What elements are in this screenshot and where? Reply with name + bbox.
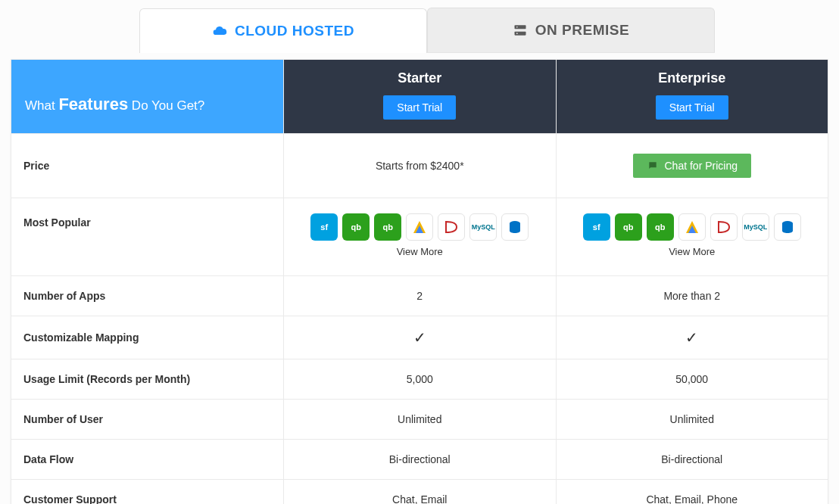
quickbooks-online-icon: qb [342,213,370,241]
svg-rect-0 [514,25,526,29]
row-usage-limit-label: Usage Limit (Records per Month) [11,359,284,400]
salesforce-icon: sf [583,213,610,241]
cloud-icon [212,23,227,39]
row-price-label: Price [11,134,284,198]
tab-label: ON PREMISE [535,22,629,39]
enterprise-num-apps: More than 2 [556,276,828,316]
quickbooks-desktop-icon: qb [374,213,401,241]
salesforce-icon: sf [310,213,338,241]
app-icon-row: sf qb qb MySQL [292,213,548,241]
row-support-label: Customer Support [11,480,284,505]
azure-sql-icon [774,213,801,241]
dynamics-365-icon [438,213,465,241]
enterprise-data-flow: Bi-directional [556,440,828,480]
dynamics-365-icon [710,213,738,241]
svg-point-3 [516,33,518,34]
starter-apps: sf qb qb MySQL View More [284,198,557,276]
pricing-tabs: CLOUD HOSTED ON PREMISE [139,8,715,53]
azure-sql-icon [501,213,529,241]
start-trial-starter-button[interactable]: Start Trial [383,95,456,120]
quickbooks-online-icon: qb [615,213,642,241]
plan-name: Starter [292,70,548,86]
check-icon: ✓ [413,329,426,346]
row-data-flow-label: Data Flow [11,440,284,480]
svg-point-2 [516,26,518,28]
view-more-starter-link[interactable]: View More [397,246,443,257]
row-num-apps-label: Number of Apps [11,276,284,316]
enterprise-header: Enterprise Start Trial [556,60,828,134]
chat-icon [647,160,659,171]
app-icon-row: sf qb qb MySQL [564,213,821,241]
row-most-popular-label: Most Popular [11,198,284,276]
row-custom-mapping-label: Customizable Mapping [11,316,284,359]
dynamics-gp-icon [678,213,706,241]
row-num-user-label: Number of User [11,400,284,440]
starter-num-user: Unlimited [284,400,557,440]
tab-on-premise[interactable]: ON PREMISE [427,8,715,52]
enterprise-num-user: Unlimited [556,400,828,440]
check-icon: ✓ [685,329,698,346]
tab-cloud-hosted[interactable]: CLOUD HOSTED [139,8,427,53]
starter-usage-limit: 5,000 [284,359,557,400]
plan-name: Enterprise [564,70,821,86]
tab-label: CLOUD HOSTED [235,23,354,39]
features-header: What Features Do You Get? [11,60,284,134]
enterprise-apps: sf qb qb MySQL View More [556,198,828,276]
enterprise-support: Chat, Email, Phone [556,480,828,505]
dynamics-gp-icon [406,213,433,241]
starter-custom-mapping: ✓ [284,316,557,359]
comparison-table: What Features Do You Get? Starter Start … [11,59,828,504]
starter-header: Starter Start Trial [284,60,557,134]
starter-price: Starts from $2400* [284,134,557,198]
view-more-enterprise-link[interactable]: View More [669,246,715,257]
enterprise-price: Chat for Pricing [556,134,828,198]
svg-rect-1 [514,32,526,36]
enterprise-usage-limit: 50,000 [556,359,828,400]
mysql-icon: MySQL [469,213,497,241]
chat-for-pricing-button[interactable]: Chat for Pricing [633,154,751,178]
server-icon [513,23,528,38]
starter-support: Chat, Email [284,480,557,505]
quickbooks-desktop-icon: qb [647,213,674,241]
starter-num-apps: 2 [284,276,557,316]
start-trial-enterprise-button[interactable]: Start Trial [656,95,728,120]
starter-data-flow: Bi-directional [284,440,557,480]
enterprise-custom-mapping: ✓ [556,316,828,359]
mysql-icon: MySQL [742,213,769,241]
